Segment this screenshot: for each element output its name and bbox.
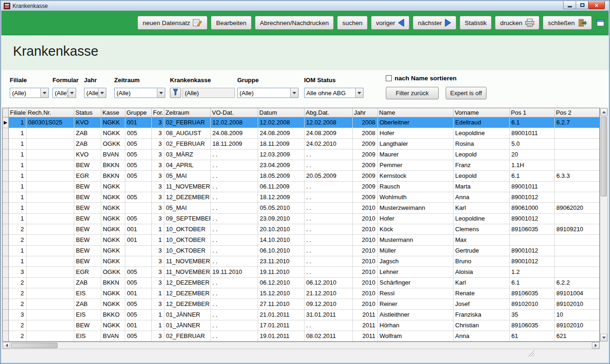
grid-cell[interactable]: Pemmer [377,160,453,170]
column-header[interactable]: Abg.Dat. [304,108,352,117]
previous-record-button[interactable]: voriger [371,16,409,30]
grid-cell[interactable]: . . [304,192,352,202]
grid-cell[interactable]: Marta [453,181,509,192]
grid-cell[interactable]: 3 [151,138,164,149]
grid-cell[interactable] [26,299,74,309]
record-selector[interactable] [3,277,8,288]
grid-cell[interactable]: 14.10.2010 [258,234,304,245]
column-header[interactable]: Name [377,108,453,117]
grid-cell[interactable]: 2009 [352,149,377,160]
column-header[interactable]: Filiale [8,108,26,117]
grid-cell[interactable]: 2010 [352,224,377,234]
grid-cell[interactable]: Wolfram [377,331,453,341]
grid-cell[interactable]: . . [210,245,258,256]
grid-cell[interactable]: . . [304,245,352,256]
grid-cell[interactable]: Lehner [377,266,453,277]
grid-cell[interactable]: 12.02.2008 [304,117,352,128]
grid-cell[interactable]: 3 [151,213,164,224]
statistics-button[interactable]: Statistik [460,16,492,30]
grid-cell[interactable]: 001 [125,224,151,234]
grid-cell[interactable]: 1 [151,288,164,299]
grid-cell[interactable]: 89102010 [554,299,599,309]
grid-horizontal-scrollbar[interactable] [2,342,600,349]
grid-cell[interactable] [554,256,599,266]
grid-cell[interactable]: 2010 [352,266,377,277]
grid-cell[interactable]: 6.1 [509,170,554,181]
grid-cell[interactable]: 2 [8,288,26,299]
grid-cell[interactable]: BVAN [101,331,125,341]
grid-cell[interactable]: Aistleithner [377,309,453,320]
grid-cell[interactable]: 04_APRIL [164,160,210,170]
grid-cell[interactable]: ZAB [74,138,101,149]
grid-cell[interactable]: 3 [8,309,26,320]
column-header[interactable]: Zeitraum [164,108,210,117]
grid-cell[interactable]: Mustermann [377,234,453,245]
grid-cell[interactable]: 89001011 [509,181,554,192]
grid-cell[interactable] [554,192,599,202]
grid-cell[interactable]: 1 [8,202,26,213]
grid-cell[interactable]: 2009 [352,160,377,170]
grid-cell[interactable] [26,224,74,234]
grid-cell[interactable]: ZAB [74,128,101,138]
grid-cell[interactable]: EIS [74,288,101,299]
grid-cell[interactable]: 1 [8,192,26,202]
grid-cell[interactable]: 2008 [352,128,377,138]
grid-cell[interactable]: 01_JÄNNER [164,320,210,331]
grid-cell[interactable]: NGKK [101,117,125,128]
grid-cell[interactable]: Anna [453,331,509,341]
grid-cell[interactable]: Hörhan [377,320,453,331]
grid-cell[interactable]: EIS [74,331,101,341]
grid-cell[interactable] [26,277,74,288]
grid-cell[interactable]: OGKK [101,138,125,149]
grid-cell[interactable]: 2010 [352,277,377,288]
grid-cell[interactable]: EIS [74,309,101,320]
grid-cell[interactable]: 1 [8,117,26,128]
grid-cell[interactable]: 12_DEZEMBER [164,299,210,309]
grid-cell[interactable]: 1 [8,138,26,149]
grid-cell[interactable]: 3 [151,160,164,170]
grid-cell[interactable]: 2 [8,331,26,341]
record-selector[interactable] [3,245,8,256]
grid-cell[interactable] [26,160,74,170]
record-selector[interactable] [3,213,8,224]
grid-cell[interactable]: Karl [453,277,509,288]
grid-cell[interactable]: NGKK [101,224,125,234]
grid-cell[interactable]: 2010 [352,245,377,256]
grid-cell[interactable]: 005 [125,192,151,202]
grid-cell[interactable]: 89109210 [554,224,599,234]
grid-cell[interactable] [26,245,74,256]
grid-cell[interactable]: 12_DEZEMBER [164,277,210,288]
grid-cell[interactable]: 2010 [352,234,377,245]
grid-cell[interactable]: 12_DEZEMBER [164,192,210,202]
grid-cell[interactable]: Maurer [377,149,453,160]
record-selector[interactable] [3,160,8,170]
grid-cell[interactable] [554,138,599,149]
close-form-button[interactable]: schließen [543,16,592,30]
sort-by-name-checkbox[interactable] [386,75,392,81]
grid-cell[interactable]: 1 [8,149,26,160]
grid-cell[interactable] [554,213,599,224]
grid-cell[interactable]: 001 [125,117,151,128]
grid-cell[interactable] [26,256,74,266]
grid-cell[interactable]: 3 [151,299,164,309]
grid-cell[interactable]: 21.01.2011 [258,309,304,320]
grid-cell[interactable]: 18.05.2009 [258,170,304,181]
grid-cell[interactable]: EGR [74,266,101,277]
grid-cell[interactable] [554,128,599,138]
grid-cell[interactable]: 23.04.2009 [258,160,304,170]
grid-cell[interactable]: 6.1 [509,277,554,288]
grid-cell[interactable]: 89001012 [509,256,554,266]
grid-cell[interactable]: . . [210,277,258,288]
grid-cell[interactable]: 1 [8,181,26,192]
grid-cell[interactable]: . . [304,181,352,192]
grid-cell[interactable]: Gertrude [453,245,509,256]
grid-cell[interactable]: 12.02.2008 [210,117,258,128]
grid-cell[interactable]: BEW [74,224,101,234]
record-selector[interactable] [3,149,8,160]
record-selector[interactable] [3,192,8,202]
filiale-dropdown-arrow-icon[interactable] [40,88,48,98]
grid-cell[interactable] [554,245,599,256]
grid-cell[interactable]: 1.1H [509,160,554,170]
grid-cell[interactable]: ZAB [74,277,101,288]
grid-cell[interactable]: 05_MAI [164,170,210,181]
